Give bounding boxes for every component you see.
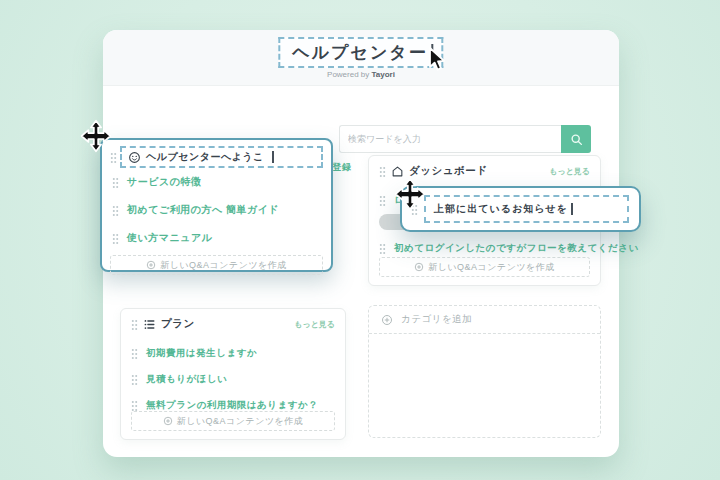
category-header-row: ダッシュボード もっと見る: [379, 164, 590, 178]
category-title: ヘルプセンターへようこ: [146, 150, 264, 164]
drag-handle-icon[interactable]: [131, 400, 138, 411]
plus-circle-icon: [146, 260, 156, 270]
search-input[interactable]: [339, 125, 561, 153]
category-title-editor[interactable]: ヘルプセンターへようこ: [120, 146, 323, 168]
text-caret: [272, 151, 274, 163]
add-qa-content-label: 新しいQ&Aコンテンツを作成: [160, 259, 287, 272]
category-title: ダッシュボード: [409, 164, 487, 178]
add-qa-content-button[interactable]: 新しいQ&Aコンテンツを作成: [131, 411, 335, 431]
qa-item-row[interactable]: 初めてご利用の方へ 簡単ガイド: [110, 196, 323, 224]
plus-circle-icon: [163, 416, 173, 426]
add-qa-content-button[interactable]: 新しいQ&Aコンテンツを作成: [110, 255, 323, 275]
add-qa-content-label: 新しいQ&Aコンテンツを作成: [428, 261, 555, 274]
dragged-item-text: 上部に出ているお知らせを: [434, 202, 568, 216]
qa-item-row[interactable]: 初期費用は発生しますか: [131, 347, 335, 360]
qa-item-row[interactable]: 見積もりがほしい: [131, 373, 335, 386]
brand-name: Tayori: [372, 70, 395, 79]
dragged-qa-item[interactable]: 上部に出ているお知らせを: [400, 186, 641, 232]
drag-handle-icon[interactable]: [112, 177, 119, 188]
drag-handle-icon[interactable]: [112, 233, 119, 244]
qa-item-row[interactable]: サービスの特徴: [110, 168, 323, 196]
powered-by: Powered by Tayori: [103, 70, 619, 79]
search-bar: [339, 125, 591, 153]
drag-handle-icon[interactable]: [379, 166, 386, 177]
home-icon: [391, 165, 404, 178]
qa-item-link[interactable]: 初めてご利用の方へ 簡単ガイド: [127, 203, 279, 217]
qa-item-row[interactable]: 初めてログインしたのですがフローを教えてください: [379, 242, 590, 255]
see-more-link[interactable]: もっと見る: [549, 166, 590, 177]
text-caret: [432, 44, 434, 62]
smiley-icon: [128, 151, 141, 164]
drag-handle-icon[interactable]: [110, 152, 117, 163]
drag-handle-icon[interactable]: [411, 204, 418, 215]
list-icon: [143, 318, 156, 331]
category-title: プラン: [161, 317, 195, 331]
qa-item-editor[interactable]: 上部に出ているお知らせを: [424, 195, 629, 223]
add-qa-content-label: 新しいQ&Aコンテンツを作成: [177, 415, 304, 428]
plus-circle-icon: [381, 314, 393, 326]
category-card-welcome[interactable]: ヘルプセンターへようこ サービスの特徴 初めてご利用の方へ 簡単ガイド 使い方マ…: [100, 138, 333, 272]
site-title-editor[interactable]: ヘルプセンター: [278, 37, 443, 68]
category-header-row: プラン もっと見る: [131, 317, 335, 331]
drag-handle-icon[interactable]: [131, 319, 138, 330]
drag-handle-icon[interactable]: [131, 374, 138, 385]
add-category-label: カテゴリを追加: [401, 313, 472, 326]
drag-handle-icon[interactable]: [131, 348, 138, 359]
drag-handle-icon[interactable]: [379, 243, 386, 254]
see-more-link[interactable]: もっと見る: [294, 319, 335, 330]
text-caret: [571, 203, 573, 215]
help-center-editor: { "header": { "title": "ヘルプセンター", "power…: [0, 0, 720, 480]
drag-handle-icon[interactable]: [112, 205, 119, 216]
search-icon: [570, 133, 583, 146]
add-category-zone[interactable]: カテゴリを追加: [368, 305, 601, 438]
qa-item-link[interactable]: 使い方マニュアル: [127, 231, 212, 245]
powered-by-prefix: Powered by: [327, 70, 369, 79]
add-category-header[interactable]: カテゴリを追加: [369, 306, 600, 334]
qa-item-link[interactable]: 見積もりがほしい: [146, 373, 227, 386]
search-button[interactable]: [561, 125, 591, 153]
drag-handle-icon[interactable]: [379, 195, 386, 206]
qa-item-link[interactable]: 初期費用は発生しますか: [146, 347, 257, 360]
qa-item-row[interactable]: 使い方マニュアル: [110, 224, 323, 252]
panel-header-band: ヘルプセンター Powered by Tayori: [103, 30, 619, 86]
page-title: ヘルプセンター: [292, 41, 427, 64]
qa-item-link[interactable]: サービスの特徴: [127, 175, 201, 189]
add-qa-content-button[interactable]: 新しいQ&Aコンテンツを作成: [379, 257, 590, 277]
category-header-row: ヘルプセンターへようこ: [110, 146, 323, 168]
plus-circle-icon: [414, 262, 424, 272]
qa-item-link[interactable]: 初めてログインしたのですがフローを教えてください: [394, 242, 639, 255]
category-card-plan[interactable]: プラン もっと見る 初期費用は発生しますか 見積もりがほしい 無料プランの利用期…: [120, 308, 346, 440]
